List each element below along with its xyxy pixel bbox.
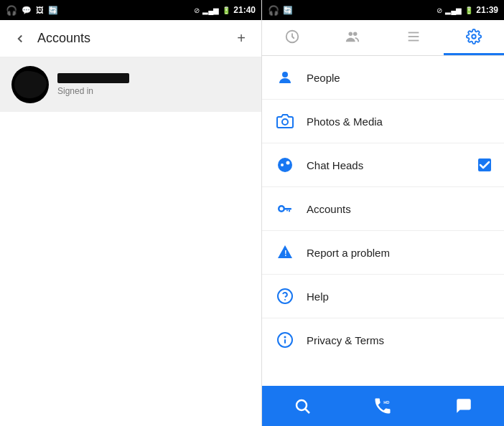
people-label: People <box>307 72 493 84</box>
status-bar-left: 🎧 💬 🖼 🔄 ⊘ ▂▄▆ 🔋 21:40 <box>0 0 261 20</box>
left-status-icons: 🎧 💬 🖼 🔄 <box>6 5 58 16</box>
sync-icon-right: 🔄 <box>283 6 293 15</box>
svg-point-25 <box>297 400 307 410</box>
svg-point-8 <box>282 119 288 125</box>
sync-icon: 🔄 <box>48 6 58 15</box>
right-panel: 🎧 🔄 ⊘ ▂▄▆ 🔋 21:39 <box>262 0 504 426</box>
svg-text:HD: HD <box>384 400 390 404</box>
battery-icon-right: 🔋 <box>465 6 473 14</box>
messenger-icon: 💬 <box>22 6 32 15</box>
avatar <box>11 66 49 103</box>
help-label: Help <box>307 290 493 303</box>
warning-icon: ! <box>274 241 297 264</box>
left-panel: 🎧 💬 🖼 🔄 ⊘ ▂▄▆ 🔋 21:40 Accounts + <box>0 0 262 426</box>
right-status-right: ⊘ ▂▄▆ 🔋 21:39 <box>437 5 498 15</box>
message-nav-button[interactable] <box>424 386 504 426</box>
report-problem-label: Report a problem <box>307 247 493 259</box>
svg-point-6 <box>472 34 476 39</box>
svg-line-26 <box>306 410 310 414</box>
menu-item-privacy-terms[interactable]: Privacy & Terms <box>262 318 504 361</box>
svg-point-10 <box>281 164 284 166</box>
accounts-label: Accounts <box>307 203 493 215</box>
status-time-right: 21:39 <box>476 5 498 15</box>
search-nav-button[interactable] <box>262 386 342 426</box>
tab-list[interactable] <box>383 20 444 55</box>
signal-bars-icon: ▂▄▆ <box>202 6 219 14</box>
privacy-terms-label: Privacy & Terms <box>307 334 493 346</box>
key-icon <box>274 197 297 220</box>
account-item[interactable]: Signed in <box>0 57 261 112</box>
svg-point-11 <box>286 161 290 165</box>
svg-point-21 <box>284 299 286 300</box>
chat-heads-label: Chat Heads <box>307 159 477 171</box>
status-time-left: 21:40 <box>233 5 256 15</box>
call-nav-button[interactable]: HD <box>342 386 423 426</box>
tab-recent[interactable] <box>262 20 322 55</box>
menu-item-accounts[interactable]: Accounts <box>262 187 504 231</box>
battery-icon: 🔋 <box>222 6 230 14</box>
image-icon: 🖼 <box>36 6 44 14</box>
photos-media-label: Photos & Media <box>307 115 493 128</box>
headphone-icon: 🎧 <box>6 5 17 16</box>
account-name-blurred <box>57 73 129 83</box>
svg-rect-16 <box>289 210 290 212</box>
svg-point-1 <box>349 32 353 37</box>
svg-rect-17 <box>286 210 288 212</box>
nosignal-icon-right: ⊘ <box>437 6 442 14</box>
menu-item-chat-heads[interactable]: Chat Heads <box>262 143 504 187</box>
help-icon <box>274 285 297 308</box>
camera-icon <box>274 110 297 133</box>
person-icon <box>274 66 297 89</box>
signal-right: ▂▄▆ <box>445 6 462 14</box>
chat-heads-icon <box>274 153 297 176</box>
tab-groups[interactable] <box>322 20 383 55</box>
svg-rect-15 <box>284 208 291 210</box>
right-status-left: 🎧 🔄 <box>268 5 293 16</box>
svg-point-14 <box>280 207 284 211</box>
tab-settings[interactable] <box>444 20 504 55</box>
headphone-icon-right: 🎧 <box>268 5 279 16</box>
accounts-header: Accounts + <box>0 20 261 57</box>
add-account-button[interactable]: + <box>230 27 253 50</box>
svg-text:!: ! <box>284 249 287 257</box>
svg-point-2 <box>353 32 358 37</box>
chat-heads-checkbox[interactable] <box>477 157 493 173</box>
nosignal-icon: ⊘ <box>194 6 200 14</box>
menu-item-people[interactable]: People <box>262 56 504 100</box>
account-info: Signed in <box>57 73 129 96</box>
bottom-nav: HD <box>262 386 504 426</box>
back-button[interactable] <box>9 27 32 50</box>
info-icon <box>274 328 297 351</box>
settings-menu-list: People Photos & Media Chat Heads <box>262 56 504 386</box>
tab-bar <box>262 20 504 56</box>
avatar-blob <box>14 71 47 98</box>
accounts-title: Accounts <box>32 31 230 46</box>
menu-item-photos-media[interactable]: Photos & Media <box>262 100 504 143</box>
signed-in-label: Signed in <box>57 86 129 96</box>
svg-point-9 <box>278 158 292 172</box>
menu-item-report-problem[interactable]: ! Report a problem <box>262 231 504 275</box>
svg-point-7 <box>282 72 288 77</box>
status-bar-right: 🎧 🔄 ⊘ ▂▄▆ 🔋 21:39 <box>262 0 504 20</box>
menu-item-help[interactable]: Help <box>262 275 504 318</box>
left-status-right: ⊘ ▂▄▆ 🔋 21:40 <box>194 5 256 15</box>
